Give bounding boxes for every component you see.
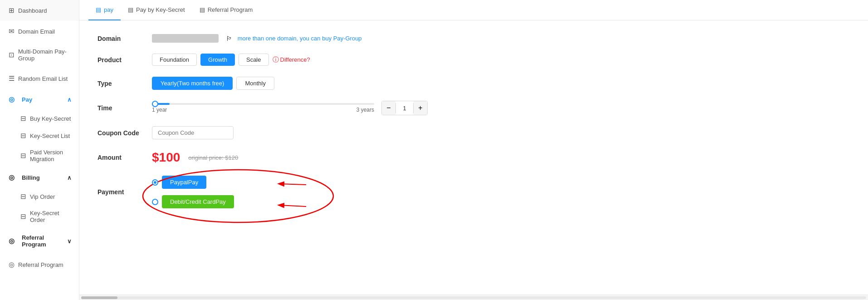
tab-pay-key-icon: ▤ bbox=[128, 6, 133, 13]
sidebar-item-key-list[interactable]: ⊟ Key-Secret List bbox=[14, 127, 79, 144]
tab-pay-key[interactable]: ▤ Pay by Key-Secret bbox=[121, 0, 192, 20]
domain-link[interactable]: more than one domain, you can buy Pay-Gr… bbox=[238, 35, 362, 42]
sidebar-label-key-order: Key-Secret Order bbox=[30, 210, 73, 223]
payment-control: PaypalPay Debit/Credit CardPay bbox=[152, 176, 234, 208]
tab-referral[interactable]: ▤ Referral Program bbox=[192, 0, 260, 20]
stepper-value: 1 bbox=[395, 103, 414, 113]
sidebar-item-pay[interactable]: ◎ Pay ∧ bbox=[0, 89, 79, 110]
paypal-radio[interactable] bbox=[152, 179, 158, 186]
billing-chevron-icon: ∧ bbox=[67, 174, 72, 181]
sidebar-label-paid-migration: Paid Version Migration bbox=[30, 149, 73, 162]
slider-thumb[interactable] bbox=[152, 101, 158, 107]
sidebar-sub-pay: ⊟ Buy Key-Secret ⊟ Key-Secret List ⊟ Pai… bbox=[0, 110, 79, 167]
difference-button[interactable]: ⓘ Difference? bbox=[273, 56, 310, 64]
paid-migration-icon: ⊟ bbox=[20, 152, 26, 160]
billing-icon: ◎ bbox=[9, 173, 15, 182]
sidebar-item-random-email[interactable]: ☰ Random Email List bbox=[0, 68, 79, 89]
svg-line-1 bbox=[279, 184, 306, 185]
info-icon: ⓘ bbox=[273, 56, 279, 64]
type-control: Yearly(Two months free) Monthly bbox=[152, 77, 274, 90]
amount-label: Amount bbox=[98, 154, 152, 161]
sidebar-item-buy-key[interactable]: ⊟ Buy Key-Secret bbox=[14, 110, 79, 127]
amount-control: $100 original price: $120 bbox=[152, 150, 238, 165]
sidebar-label-pay: Pay bbox=[22, 96, 32, 103]
product-foundation-button[interactable]: Foundation bbox=[152, 54, 197, 66]
tab-referral-icon: ▤ bbox=[200, 6, 205, 13]
sidebar-item-referral2[interactable]: ◎ Referral Program bbox=[0, 254, 79, 275]
slider-labels: 1 year 3 years bbox=[152, 107, 374, 113]
sidebar-item-vip-order[interactable]: ⊟ Vip Order bbox=[14, 188, 79, 205]
type-label: Type bbox=[98, 80, 152, 87]
type-yearly-button[interactable]: Yearly(Two months free) bbox=[152, 77, 233, 90]
sidebar-item-paid-migration[interactable]: ⊟ Paid Version Migration bbox=[14, 144, 79, 167]
buy-key-icon: ⊟ bbox=[20, 114, 26, 123]
slider-container: 1 year 3 years − 1 + bbox=[152, 101, 428, 115]
coupon-input[interactable] bbox=[152, 126, 234, 139]
sidebar: ⊞ Dashboard ✉ Domain Email ⊡ Multi-Domai… bbox=[0, 0, 79, 300]
sidebar-label-referral2: Referral Program bbox=[18, 261, 63, 268]
tab-pay-label: pay bbox=[104, 6, 113, 13]
sidebar-label-billing: Billing bbox=[22, 174, 40, 181]
tab-bar: ▤ pay ▤ Pay by Key-Secret ▤ Referral Pro… bbox=[79, 0, 868, 20]
payment-label: Payment bbox=[98, 188, 152, 196]
stepper-minus-button[interactable]: − bbox=[382, 101, 395, 115]
flag-icon: 🏳 bbox=[226, 35, 232, 42]
sidebar-label-multi-domain: Multi-Domain Pay-Group bbox=[18, 48, 72, 62]
time-label: Time bbox=[98, 104, 152, 112]
sidebar-sub-billing: ⊟ Vip Order ⊟ Key-Secret Order bbox=[0, 188, 79, 228]
domain-email-icon: ✉ bbox=[9, 27, 15, 35]
sidebar-item-dashboard[interactable]: ⊞ Dashboard bbox=[0, 0, 79, 21]
debit-radio[interactable] bbox=[152, 199, 158, 205]
sidebar-item-key-order[interactable]: ⊟ Key-Secret Order bbox=[14, 205, 79, 228]
sidebar-label-vip-order: Vip Order bbox=[30, 193, 55, 200]
stepper-plus-button[interactable]: + bbox=[414, 101, 427, 115]
sidebar-item-domain-email[interactable]: ✉ Domain Email bbox=[0, 21, 79, 42]
key-list-icon: ⊟ bbox=[20, 132, 26, 140]
payment-options: PaypalPay Debit/Credit CardPay bbox=[152, 176, 234, 208]
amount-price: $100 bbox=[152, 150, 180, 165]
slider-max-label: 3 years bbox=[356, 107, 374, 113]
pay-chevron-icon: ∧ bbox=[67, 96, 72, 103]
sidebar-item-referral[interactable]: ◎ Referral Program ∨ bbox=[0, 228, 79, 254]
svg-line-2 bbox=[279, 205, 306, 207]
amount-original: original price: $120 bbox=[188, 154, 238, 161]
payment-option-paypal[interactable]: PaypalPay bbox=[152, 176, 234, 189]
dashboard-icon: ⊞ bbox=[9, 6, 15, 15]
time-row: Time 1 year 3 years − 1 + bbox=[98, 101, 850, 115]
sidebar-label-buy-key: Buy Key-Secret bbox=[30, 115, 71, 122]
slider-wrap: 1 year 3 years bbox=[152, 103, 374, 113]
tab-pay[interactable]: ▤ pay bbox=[88, 0, 121, 20]
domain-label: Domain bbox=[98, 35, 152, 42]
slider-track[interactable] bbox=[152, 103, 374, 105]
debit-pay-button[interactable]: Debit/Credit CardPay bbox=[162, 195, 234, 208]
referral2-icon: ◎ bbox=[9, 261, 15, 269]
amount-row: Amount $100 original price: $120 bbox=[98, 150, 850, 165]
sidebar-item-multi-domain[interactable]: ⊡ Multi-Domain Pay-Group bbox=[0, 42, 79, 68]
referral-icon: ◎ bbox=[9, 237, 15, 245]
paypal-pay-button[interactable]: PaypalPay bbox=[162, 176, 206, 189]
tab-referral-label: Referral Program bbox=[208, 6, 253, 13]
sidebar-label-random-email: Random Email List bbox=[18, 75, 68, 82]
scrollbar[interactable] bbox=[79, 295, 868, 300]
sidebar-label-domain-email: Domain Email bbox=[18, 28, 55, 35]
pay-icon: ◎ bbox=[9, 95, 15, 103]
tab-pay-key-label: Pay by Key-Secret bbox=[136, 6, 185, 13]
main-panel: ▤ pay ▤ Pay by Key-Secret ▤ Referral Pro… bbox=[79, 0, 868, 300]
key-order-icon: ⊟ bbox=[20, 212, 26, 221]
payment-option-debit[interactable]: Debit/Credit CardPay bbox=[152, 195, 234, 208]
referral-chevron-icon: ∨ bbox=[67, 238, 72, 245]
sidebar-label-dashboard: Dashboard bbox=[18, 7, 47, 14]
stepper: − 1 + bbox=[381, 101, 428, 115]
product-scale-button[interactable]: Scale bbox=[239, 54, 269, 66]
coupon-row: Coupon Code bbox=[98, 126, 850, 139]
domain-control: XXXXXXXXXX 🏳 more than one domain, you c… bbox=[152, 34, 362, 43]
product-label: Product bbox=[98, 56, 152, 64]
sidebar-item-billing[interactable]: ◎ Billing ∧ bbox=[0, 167, 79, 188]
scrollbar-thumb[interactable] bbox=[81, 296, 117, 299]
coupon-label: Coupon Code bbox=[98, 129, 152, 137]
product-control: Foundation Growth Scale ⓘ Difference? bbox=[152, 54, 310, 66]
product-growth-button[interactable]: Growth bbox=[200, 54, 235, 66]
payment-row: Payment bbox=[98, 176, 850, 208]
type-monthly-button[interactable]: Monthly bbox=[236, 77, 274, 90]
slider-min-label: 1 year bbox=[152, 107, 167, 113]
